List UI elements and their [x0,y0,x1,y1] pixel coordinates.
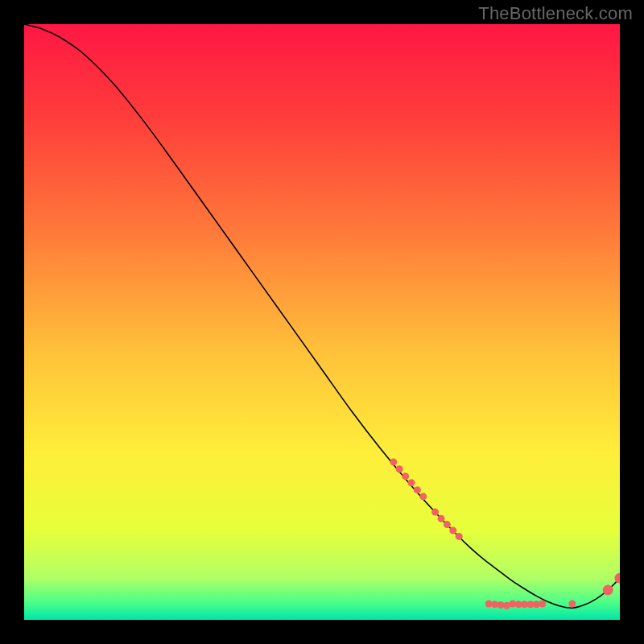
marker-point [449,527,456,535]
marker-point [431,509,439,516]
watermark-text: TheBottleneck.com [478,3,633,24]
marker-point [402,473,409,480]
chart-svg [24,24,620,620]
chart-container: TheBottleneck.com [0,0,644,644]
marker-point [396,465,403,473]
marker-point [603,585,613,596]
marker-point [539,601,546,608]
marker-point [414,486,421,493]
marker-point [408,479,415,486]
marker-point [456,533,463,540]
marker-point [568,601,576,608]
marker-point [444,521,451,528]
marker-point [419,493,427,500]
plot-area [24,24,620,620]
marker-point [438,515,445,522]
marker-point [390,458,397,465]
gradient-background [24,24,620,620]
